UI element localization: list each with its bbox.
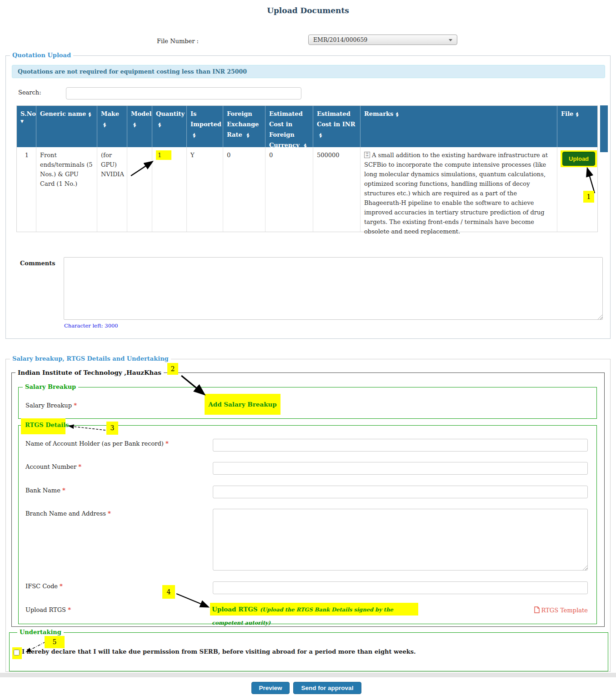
required-asterisk: * (165, 440, 169, 447)
upload-documents-page: Upload Documents File Number : EMR/2014/… (0, 0, 616, 700)
sort-icon: ▲▼ (133, 122, 135, 128)
required-asterisk: * (78, 463, 81, 470)
sort-icon: ▲▼ (88, 112, 90, 117)
required-asterisk: * (108, 510, 111, 517)
search-input[interactable] (66, 87, 301, 99)
account-holder-label: Name of Account Holder (as per Bank reco… (25, 440, 169, 447)
remarks-text: A small addition to the existing hardwar… (364, 152, 548, 235)
account-number-input[interactable] (213, 462, 588, 475)
table-header-filler (600, 105, 608, 152)
undertaking-legend: Undertaking (17, 629, 64, 635)
ifsc-input[interactable] (213, 581, 588, 594)
rtgs-details-legend: RTGS Details (23, 422, 71, 428)
col-header-is-imported[interactable]: Is Imported ▲▼ (187, 106, 223, 147)
bottom-divider (0, 673, 616, 677)
upload-button[interactable]: Upload (562, 152, 595, 166)
send-for-approval-button[interactable]: Send for approval (293, 682, 361, 694)
col-header-estimated-cost-inr[interactable]: Estimated Cost in INR ▲▼ (313, 106, 361, 147)
col-header-sno[interactable]: S.No ▼ (17, 106, 36, 147)
sort-icon: ▲▼ (319, 133, 321, 138)
upload-button-highlight: Upload (561, 150, 597, 167)
bank-name-input[interactable] (213, 486, 588, 498)
upload-rtgs-link[interactable]: Upload RTGS (212, 606, 258, 613)
cell-estimated-cost-foreign: 0 (265, 147, 313, 232)
annotation-badge-1: 1 (583, 191, 594, 203)
col-header-estimated-cost-foreign[interactable]: Estimated Cost in Foreign Currency ▲▼ (265, 106, 313, 147)
comments-textarea[interactable] (64, 257, 603, 320)
file-number-select[interactable]: EMR/2014/000659 (308, 35, 457, 45)
cell-remarks: F0D8A small addition to the existing har… (361, 147, 557, 232)
dropdown-arrow-icon (449, 39, 452, 41)
quotation-table: S.No ▼ Generic name▲▼ Make ▲▼ Model ▲▼ Q… (16, 105, 598, 232)
col-header-make[interactable]: Make ▲▼ (97, 106, 127, 147)
annotation-badge-5: 5 (45, 636, 65, 648)
required-asterisk: * (62, 487, 65, 494)
missing-glyph-icon: F0D8 (364, 152, 370, 158)
preview-button[interactable]: Preview (251, 682, 290, 694)
add-salary-breakup-highlight: Add Salary Breakup (205, 394, 280, 415)
col-header-foreign-exchange-rate[interactable]: Foreign Exchange Rate ▲▼ (223, 106, 265, 147)
upload-rtgs-highlight: Upload RTGS (Upload the RTGS Bank Detail… (210, 603, 418, 616)
annotation-badge-2: 2 (167, 363, 178, 375)
sort-icon: ▲▼ (103, 122, 105, 128)
bank-name-label: Bank Name * (25, 487, 65, 494)
file-number-label: File Number : (157, 38, 199, 45)
salary-breakup-legend: Salary Breakup (23, 383, 78, 390)
cell-foreign-exchange-rate: 0 (223, 147, 265, 232)
rtgs-template-wrap: RTGS Template (532, 606, 588, 615)
annotation-badge-4: 4 (162, 585, 175, 599)
required-asterisk: * (68, 606, 71, 613)
col-header-model[interactable]: Model ▲▼ (127, 106, 152, 147)
sort-icon: ▲▼ (158, 122, 160, 128)
char-left-counter: Character left: 3000 (64, 323, 118, 329)
sort-desc-icon: ▼ (20, 119, 33, 124)
sort-icon: ▲▼ (246, 133, 249, 138)
col-header-remarks[interactable]: Remarks▲▼ (361, 106, 557, 147)
col-header-generic-name[interactable]: Generic name▲▼ (36, 106, 97, 147)
search-label: Search: (18, 89, 41, 96)
annotation-badge-3: 3 (106, 422, 118, 435)
required-asterisk: * (74, 402, 77, 409)
cell-quantity: 1 (152, 147, 187, 232)
col-header-file[interactable]: File▲▼ (557, 106, 597, 147)
cell-file: Upload (557, 147, 597, 232)
sort-icon: ▲▼ (396, 112, 398, 117)
salary-breakup-field-label: Salary Breakup * (25, 402, 77, 409)
col-header-quantity[interactable]: Quantity ▲▼ (152, 106, 187, 147)
file-number-value: EMR/2014/000659 (313, 36, 367, 43)
cell-sno: 1 (17, 147, 36, 232)
cell-is-imported: Y (187, 147, 223, 232)
document-icon (534, 606, 540, 615)
quotation-upload-legend: Quotation Upload (10, 52, 73, 59)
quantity-value-highlight: 1 (156, 150, 171, 160)
quotation-notice-banner: Quotations are not required for equipmen… (12, 65, 605, 78)
institute-legend: Indian Institute of Technology ,HauzKhas (15, 369, 164, 376)
branch-textarea[interactable] (213, 509, 588, 571)
cell-estimated-cost-inr: 500000 (313, 147, 361, 232)
add-salary-breakup-link[interactable]: Add Salary Breakup (208, 401, 277, 408)
ifsc-label: IFSC Code * (25, 583, 63, 590)
rtgs-template-link[interactable]: RTGS Template (541, 607, 588, 614)
page-title: Upload Documents (0, 6, 616, 15)
account-number-label: Account Number * (25, 463, 81, 470)
comments-label: Comments (20, 260, 55, 267)
sort-icon: ▲▼ (193, 133, 195, 138)
salary-section-legend: Salary breakup, RTGS Details and Underta… (10, 355, 171, 362)
undertaking-checkbox[interactable] (14, 650, 20, 655)
undertaking-declaration: I hereby declare that I will take due pe… (22, 648, 545, 655)
salary-breakup-fieldset (18, 387, 597, 419)
account-holder-input[interactable] (213, 439, 588, 452)
cell-model (127, 147, 152, 232)
required-asterisk: * (60, 583, 63, 590)
cell-generic-name: Front ends/terminals (5 Nos.) & GPU Card… (36, 147, 97, 232)
branch-label: Branch Name and Address * (25, 510, 111, 517)
sort-icon: ▲▼ (576, 112, 578, 117)
upload-rtgs-label: Upload RTGS * (25, 606, 71, 613)
cell-make: (for GPU) NVIDIA (97, 147, 127, 232)
